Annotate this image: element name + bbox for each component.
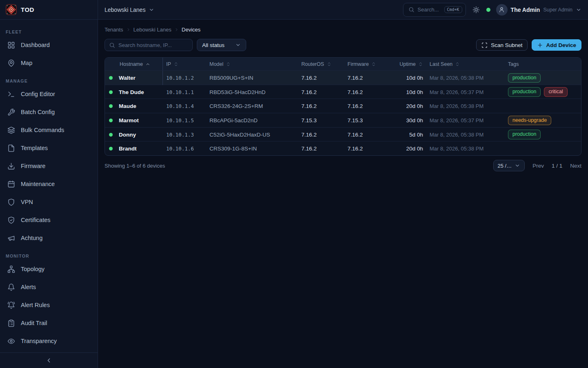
column-header-routeros[interactable]: RouterOS (298, 58, 344, 70)
next-page-button[interactable]: Next (570, 163, 581, 169)
status-online-dot (109, 147, 113, 150)
column-label: Last Seen (430, 61, 452, 67)
calendar-icon (7, 180, 15, 188)
device-row-donny[interactable]: Donny10.10.1.3C52iG-5HaxD2HaxD-US7.16.27… (105, 127, 581, 141)
topbar: TOD Lebowski Lanes Cmd+K The Admin Super… (0, 0, 588, 20)
column-label: IP (166, 61, 171, 67)
device-row-brandt[interactable]: Brandt10.10.1.6CRS309-1G-8S+IN7.16.27.16… (105, 141, 581, 155)
sidebar-item-bulk-commands[interactable]: Bulk Commands (4, 121, 94, 139)
breadcrumb-item-tenants[interactable]: Tenants (105, 27, 123, 33)
layout-grid-icon (7, 41, 15, 49)
user-name: The Admin (511, 7, 540, 13)
last-seen-cell: Mar 8, 2026, 05:38 PM (426, 103, 505, 109)
sidebar-item-label: Batch Config (21, 109, 55, 115)
device-row-walter[interactable]: Walter10.10.1.2RB5009UG+S+IN7.16.27.16.2… (105, 70, 581, 85)
layers-icon (7, 126, 15, 134)
sidebar-item-achtung[interactable]: Achtung (4, 229, 94, 247)
sidebar-item-firmware[interactable]: Firmware (4, 157, 94, 175)
sort-icon (455, 62, 460, 67)
status-cell (105, 133, 116, 137)
presence-dot (486, 8, 490, 12)
chevron-down-icon (576, 7, 581, 13)
list-footer: Showing 1–6 of 6 devices 25 /… Prev 1 / … (105, 160, 581, 171)
sidebar-item-alerts[interactable]: Alerts (4, 278, 94, 296)
routeros-cell: 7.16.2 (298, 132, 344, 138)
tags-cell: production (505, 73, 581, 83)
breadcrumb-item-lebowski-lanes[interactable]: Lebowski Lanes (134, 27, 172, 33)
status-filter-select[interactable]: All status (197, 39, 246, 51)
device-row-marmot[interactable]: Marmot10.10.1.5RBcAPGi-5acD2nD7.15.37.15… (105, 113, 581, 127)
chevron-right-icon (174, 27, 179, 32)
sidebar-item-label: Topology (21, 266, 45, 272)
firmware-cell: 7.16.2 (344, 89, 390, 95)
sidebar-item-maintenance[interactable]: Maintenance (4, 175, 94, 193)
breadcrumb: TenantsLebowski LanesDevices (105, 27, 581, 33)
last-seen-cell: Mar 8, 2026, 05:38 PM (426, 132, 505, 138)
command-palette[interactable]: Cmd+K (403, 3, 466, 17)
breadcrumb-item-devices: Devices (182, 27, 200, 33)
avatar (496, 4, 508, 16)
sort-icon (418, 62, 423, 67)
add-device-button[interactable]: Add Device (532, 39, 581, 51)
main-content: TenantsLebowski LanesDevices All status … (98, 20, 588, 368)
prev-page-button[interactable]: Prev (532, 163, 544, 169)
sort-icon (371, 62, 376, 67)
user-role: Super Admin (543, 7, 572, 13)
last-seen-cell: Mar 8, 2026, 05:38 PM (426, 146, 505, 152)
page-size-select[interactable]: 25 /… (493, 160, 525, 171)
sidebar-item-topology[interactable]: Topology (4, 260, 94, 278)
sidebar-item-batch-config[interactable]: Batch Config (4, 103, 94, 121)
firmware-cell: 7.16.2 (344, 146, 390, 152)
sidebar-item-transparency[interactable]: Transparency (4, 332, 94, 350)
scan-icon (481, 42, 488, 48)
sidebar-section-label-fleet: FLEET (6, 29, 92, 34)
megaphone-icon (7, 234, 15, 242)
tod-logo-icon (6, 4, 17, 15)
uptime-cell: 10d 0h (390, 75, 426, 81)
tenant-switcher[interactable]: Lebowski Lanes (105, 7, 154, 13)
clipboard-icon (7, 319, 15, 327)
tenant-label: Lebowski Lanes (105, 7, 145, 13)
chevron-down-icon (514, 163, 520, 168)
sidebar-item-certificates[interactable]: Certificates (4, 211, 94, 229)
sidebar-section-label-manage: MANAGE (6, 79, 92, 83)
device-row-the-dude[interactable]: The Dude10.10.1.1RBD53iG-5HacD2HnD7.16.2… (105, 85, 581, 99)
sidebar-item-dashboard[interactable]: Dashboard (4, 36, 94, 54)
column-header-uptime[interactable]: Uptime (390, 58, 426, 70)
column-header-ip[interactable]: IP (163, 58, 206, 70)
model-cell: C52iG-5HaxD2HaxD-US (206, 132, 298, 138)
scan-subnet-button[interactable]: Scan Subnet (476, 39, 528, 51)
app-title: TOD (21, 6, 34, 13)
search-icon (109, 42, 115, 48)
column-header-model[interactable]: Model (206, 58, 298, 70)
routeros-cell: 7.16.2 (298, 146, 344, 152)
sidebar-item-vpn[interactable]: VPN (4, 193, 94, 211)
global-search-input[interactable] (418, 7, 441, 13)
sidebar-collapse-button[interactable] (44, 355, 54, 366)
sidebar-item-config-editor[interactable]: Config Editor (4, 85, 94, 103)
sidebar-item-label: Templates (21, 145, 48, 151)
shortcut-badge: Cmd+K (444, 6, 462, 13)
sidebar-item-audit-trail[interactable]: Audit Trail (4, 314, 94, 332)
column-label: Model (209, 61, 223, 67)
sidebar-item-alert-rules[interactable]: Alert Rules (4, 296, 94, 314)
column-header-last_seen[interactable]: Last Seen (426, 58, 505, 70)
sidebar-item-label: Alerts (21, 284, 36, 290)
sidebar-item-label: Config Editor (21, 91, 55, 97)
column-header-firmware[interactable]: Firmware (344, 58, 390, 70)
device-row-maude[interactable]: Maude10.10.1.4CRS326-24G-2S+RM7.16.27.16… (105, 99, 581, 113)
map-pin-icon (7, 59, 15, 67)
device-search-input[interactable] (118, 42, 188, 48)
user-menu[interactable]: The Admin Super Admin (496, 4, 581, 16)
theme-toggle-button[interactable] (472, 5, 481, 14)
sidebar-item-label: Audit Trail (21, 320, 47, 326)
sidebar-item-map[interactable]: Map (4, 54, 94, 72)
column-header-hostname[interactable]: Hostname (116, 58, 163, 70)
sidebar-item-label: VPN (21, 199, 33, 205)
model-cell: RBcAPGi-5acD2nD (206, 117, 298, 123)
file-icon (7, 144, 15, 152)
eye-icon (7, 337, 15, 345)
sidebar-item-templates[interactable]: Templates (4, 139, 94, 157)
wrench-icon (7, 108, 15, 116)
status-online-dot (109, 90, 113, 94)
